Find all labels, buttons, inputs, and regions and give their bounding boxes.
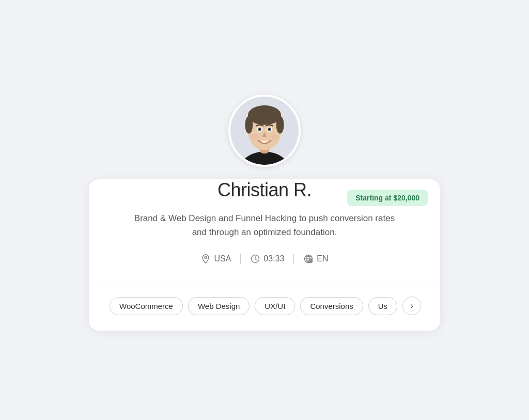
avatar xyxy=(228,95,301,167)
clock-icon xyxy=(250,254,260,264)
price-badge: Starting at $20,000 xyxy=(347,190,428,206)
tag-us[interactable]: Us xyxy=(368,297,397,315)
svg-point-7 xyxy=(276,116,284,134)
location-text: USA xyxy=(214,254,231,263)
time-text: 03:33 xyxy=(263,254,284,263)
svg-point-13 xyxy=(269,128,271,130)
profile-description: Brand & Web Design and Funnel Hacking to… xyxy=(130,211,399,239)
more-tags-button[interactable]: › xyxy=(402,297,421,315)
language-text: EN xyxy=(317,254,328,263)
meta-language: EN EN xyxy=(294,254,337,264)
tag-woocommerce[interactable]: WooCommerce xyxy=(110,297,183,315)
profile-card-wrapper: Starting at $20,000 Christian R. Brand &… xyxy=(89,89,440,331)
avatar-container xyxy=(89,95,440,167)
meta-time: 03:33 xyxy=(241,254,294,264)
svg-point-6 xyxy=(245,116,253,134)
tag-conversions[interactable]: Conversions xyxy=(300,297,363,315)
tag-ux-ui[interactable]: UX/UI xyxy=(255,297,295,315)
profile-card: Starting at $20,000 Christian R. Brand &… xyxy=(89,179,440,331)
svg-point-15 xyxy=(270,134,278,138)
svg-point-14 xyxy=(251,134,259,138)
card-top-area xyxy=(89,89,440,167)
svg-point-16 xyxy=(205,257,207,259)
tags-row: WooCommerce Web Design UX/UI Conversions… xyxy=(110,285,419,315)
tag-web-design[interactable]: Web Design xyxy=(188,297,250,315)
meta-row: USA 03:33 EN xyxy=(110,254,419,264)
language-icon: EN xyxy=(303,254,314,264)
meta-location: USA xyxy=(191,254,241,264)
svg-text:EN: EN xyxy=(309,260,313,262)
location-icon xyxy=(200,254,211,264)
svg-point-10 xyxy=(259,128,261,130)
svg-point-5 xyxy=(248,105,281,125)
